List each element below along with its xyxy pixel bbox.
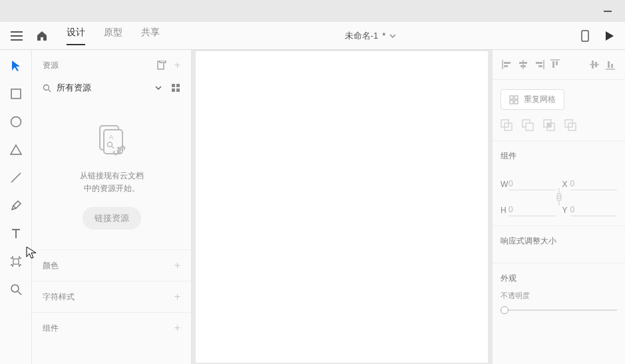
link-assets-button[interactable]: 链接资源 xyxy=(83,207,141,230)
svg-rect-18 xyxy=(504,65,508,67)
polygon-tool-icon[interactable] xyxy=(9,143,23,156)
asset-filter-dropdown[interactable]: 所有资源 xyxy=(57,82,150,94)
svg-rect-20 xyxy=(521,65,526,67)
svg-rect-10 xyxy=(176,84,180,87)
align-row xyxy=(493,50,625,80)
svg-rect-31 xyxy=(510,100,513,104)
y-value[interactable]: 0 xyxy=(570,204,618,216)
search-icon xyxy=(43,84,51,92)
ellipse-tool-icon[interactable] xyxy=(9,115,23,128)
repeat-grid-icon xyxy=(509,95,519,104)
x-value[interactable]: 0 xyxy=(570,178,618,190)
artboard-tool-icon[interactable] xyxy=(9,255,23,268)
svg-rect-29 xyxy=(510,96,513,99)
height-label: H xyxy=(501,206,509,215)
tool-rail xyxy=(0,50,32,364)
top-bar: 设计 原型 共享 未命名-1 * xyxy=(0,22,625,50)
minimize-icon[interactable] xyxy=(604,11,612,12)
align-top-icon[interactable] xyxy=(548,58,562,71)
svg-rect-11 xyxy=(172,89,175,92)
pen-tool-icon[interactable] xyxy=(9,199,23,212)
add-component-icon[interactable]: + xyxy=(174,322,180,334)
repeat-grid-button[interactable]: 重复网格 xyxy=(501,89,564,110)
empty-msg-line2: 中的资源开始。 xyxy=(80,182,144,195)
linked-doc-icon: A xyxy=(93,122,130,159)
colors-label: 颜色 xyxy=(43,260,59,272)
asset-filter-label: 所有资源 xyxy=(57,82,91,94)
svg-rect-27 xyxy=(608,61,610,68)
add-color-icon[interactable]: + xyxy=(174,260,180,272)
lock-aspect-icon[interactable] xyxy=(556,187,562,207)
zoom-tool-icon[interactable] xyxy=(9,283,23,296)
components-title: 组件 xyxy=(501,150,617,162)
svg-rect-17 xyxy=(504,62,511,64)
align-vcenter-icon[interactable] xyxy=(588,58,601,71)
opacity-slider[interactable] xyxy=(501,306,617,314)
svg-rect-42 xyxy=(558,196,560,198)
char-styles-section[interactable]: 字符样式 + xyxy=(32,281,191,312)
align-right-icon[interactable] xyxy=(532,58,546,71)
components-label: 组件 xyxy=(43,323,59,334)
colors-section[interactable]: 颜色 + xyxy=(32,250,191,281)
repeat-grid-label: 重复网格 xyxy=(524,94,556,105)
svg-rect-3 xyxy=(13,259,19,264)
assets-empty-state: A 从链接现有云文档 中的资源开始。 链接资源 xyxy=(32,102,191,250)
assets-panel: 资源 + 所有资源 A 从链接现有云文档 xyxy=(32,50,192,364)
empty-msg-line1: 从链接现有云文档 xyxy=(80,170,144,182)
svg-rect-26 xyxy=(595,62,597,67)
align-left-icon[interactable] xyxy=(501,58,514,71)
svg-rect-39 xyxy=(547,123,551,127)
tab-prototype[interactable]: 原型 xyxy=(104,27,122,45)
grid-view-icon[interactable] xyxy=(171,83,180,92)
svg-rect-1 xyxy=(11,89,21,98)
device-preview-icon[interactable] xyxy=(581,30,589,42)
artboard[interactable] xyxy=(196,51,488,363)
height-value[interactable]: 0 xyxy=(509,204,556,216)
boolean-add-icon[interactable] xyxy=(501,119,513,131)
properties-panel: 重复网格 组件 W 0 X 0 H 0 Y 0 xyxy=(492,50,625,364)
tab-design[interactable]: 设计 xyxy=(67,27,85,45)
play-icon[interactable] xyxy=(605,31,614,41)
opacity-label: 不透明度 xyxy=(501,291,617,301)
tab-share[interactable]: 共享 xyxy=(141,27,160,45)
width-label: W xyxy=(501,180,509,189)
document-assets-icon[interactable] xyxy=(157,61,166,70)
add-char-style-icon[interactable]: + xyxy=(174,291,180,303)
align-bottom-icon[interactable] xyxy=(604,58,617,71)
chevron-down-icon[interactable] xyxy=(155,86,162,90)
appearance-title: 外观 xyxy=(501,273,617,284)
x-label: X xyxy=(562,180,570,189)
select-tool-icon[interactable] xyxy=(9,59,23,73)
svg-rect-21 xyxy=(536,62,542,64)
svg-rect-30 xyxy=(515,96,518,99)
doc-title-text: 未命名-1 xyxy=(345,30,379,42)
document-title[interactable]: 未命名-1 * xyxy=(160,30,581,42)
doc-modified-indicator: * xyxy=(382,31,385,41)
assets-title: 资源 xyxy=(43,60,59,71)
svg-rect-22 xyxy=(538,65,542,67)
svg-rect-12 xyxy=(176,89,180,92)
boolean-intersect-icon[interactable] xyxy=(543,119,555,131)
svg-rect-32 xyxy=(515,100,518,104)
canvas-area[interactable] xyxy=(192,50,492,364)
line-tool-icon[interactable] xyxy=(9,171,23,184)
hamburger-icon[interactable] xyxy=(11,31,23,41)
svg-rect-28 xyxy=(611,64,613,68)
rectangle-tool-icon[interactable] xyxy=(9,87,23,100)
width-value[interactable]: 0 xyxy=(509,178,556,190)
svg-rect-24 xyxy=(556,61,558,65)
svg-rect-36 xyxy=(526,123,533,130)
boolean-exclude-icon[interactable] xyxy=(564,119,576,131)
svg-rect-23 xyxy=(552,61,554,68)
home-icon[interactable] xyxy=(36,31,48,41)
svg-rect-9 xyxy=(172,84,175,87)
svg-point-8 xyxy=(44,85,49,90)
boolean-subtract-icon[interactable] xyxy=(522,119,534,131)
svg-rect-19 xyxy=(519,62,527,64)
svg-rect-0 xyxy=(582,31,588,41)
add-asset-icon[interactable]: + xyxy=(174,59,180,71)
text-tool-icon[interactable] xyxy=(9,227,23,240)
align-hcenter-icon[interactable] xyxy=(517,58,530,71)
char-styles-label: 字符样式 xyxy=(43,291,75,303)
components-section[interactable]: 组件 + xyxy=(32,312,191,343)
